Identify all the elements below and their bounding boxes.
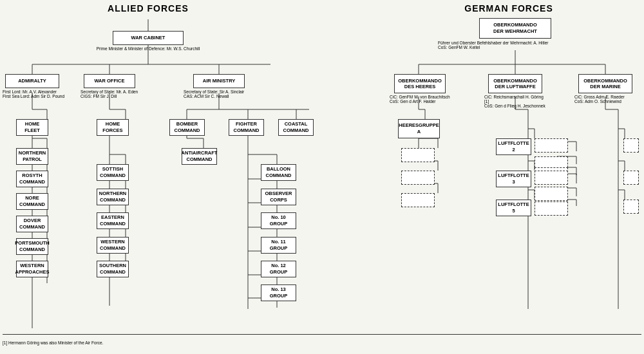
obk-heeres-sub: CiC: GenFM W. von BrauchitschCoS: Gen d … — [390, 95, 454, 104]
coastal-command-box: COASTALCOMMAND — [278, 119, 314, 136]
no10-group-box: No. 10GROUP — [261, 212, 296, 229]
admiralty-box: ADMIRALTY — [5, 74, 59, 88]
marine-dashed-2 — [623, 171, 639, 185]
western-command-box: WESTERNCOMMAND — [97, 237, 129, 254]
home-fleet-box: HOMEFLEET — [16, 119, 48, 136]
southern-command-box: SOUTHERNCOMMAND — [97, 261, 129, 277]
luftflotte2-dashed-1 — [535, 138, 568, 153]
bomber-command-box: BOMBERCOMMAND — [169, 119, 205, 136]
northern-command-box: NORTHERNCOMMAND — [97, 189, 129, 205]
chart-container: ALLIED FORCES GERMAN FORCES WAR CABINET … — [0, 0, 644, 348]
luftflotte3-dashed-3 — [535, 201, 568, 216]
air-ministry-sub: Secretary of State: Sir A. SinclairCAS: … — [184, 89, 258, 98]
footnote: [1] Hermann Göring was also Minister of … — [3, 340, 103, 345]
obk-luftwaffe-box: OBERKOMMANDODER LUFTWAFFE — [488, 74, 542, 93]
heeresgruppe-a-box: HEERESGRUPPEA — [398, 119, 440, 138]
obk-heeres-box: OBERKOMMANDODES HEERES — [394, 74, 446, 93]
no12-group-box: No. 12GROUP — [261, 261, 296, 277]
obk-wehr-sub: Führer und Oberster Befehlshaber der Weh… — [406, 41, 586, 50]
no11-group-box: No. 11GROUP — [261, 237, 296, 254]
luftflotte-3-box: LUFTFLOTTE3 — [496, 171, 531, 187]
nore-command-box: NORECOMMAND — [16, 193, 48, 210]
heeres-dashed-2 — [401, 171, 435, 185]
obk-marine-sub: CiC: Gross Adm E. RaederCoS: Adm O. Schn… — [574, 95, 639, 104]
eastern-command-box: EASTERNCOMMAND — [97, 212, 129, 229]
rosyth-command-box: ROSYTHCOMMAND — [16, 171, 48, 187]
war-cabinet-sub: Prime Minister & Minister of Defence: Mr… — [64, 46, 232, 51]
observer-corps-box: OBSERVERCORPS — [261, 189, 296, 205]
no13-group-box: No. 13GROUP — [261, 284, 296, 301]
scottish-command-box: SOTTISHCOMMAND — [97, 164, 129, 181]
obk-luftwaffe-sub: CiC: Reichsmarschall H. Göring [1]CoS: G… — [484, 95, 549, 108]
luftflotte3-dashed-2 — [535, 187, 568, 201]
western-approaches-box: WESTERNAPPROACHES — [16, 261, 48, 277]
luftflotte-5-box: LUFTFLOTTE5 — [496, 200, 531, 216]
luftflotte-2-box: LUFTFLOTTE2 — [496, 138, 531, 155]
marine-dashed-3 — [623, 200, 639, 214]
antiaircraft-command-box: ANTIAIRCRAFTCOMMAND — [182, 148, 217, 165]
northern-patrol-box: NORTHERNPATROL — [16, 148, 48, 165]
dover-command-box: DOVERCOMMAND — [16, 216, 48, 232]
obk-marine-box: OBERKOMMANDODER MARINE — [578, 74, 632, 93]
heeres-dashed-3 — [401, 193, 435, 207]
air-ministry-box: AIR MINISTRY — [193, 74, 245, 88]
admiralty-sub: First Lord: Mr. A.V. AlexanderFirst Sea … — [3, 89, 67, 98]
divider — [3, 334, 641, 335]
war-office-sub: Secretary of State: Mr. A. EdenCIGS: FM … — [80, 89, 145, 98]
heeres-dashed-1 — [401, 148, 435, 162]
balloon-command-box: BALLOONCOMMAND — [261, 164, 296, 181]
portsmouth-command-box: PORTSMOUTHCOMMAND — [16, 238, 48, 255]
luftflotte3-dashed-1 — [535, 171, 568, 185]
war-cabinet-box: WAR CABINET — [113, 31, 184, 45]
german-forces-title: GERMAN FORCES — [438, 3, 580, 14]
allied-forces-title: ALLIED FORCES — [77, 3, 219, 14]
war-office-box: WAR OFFICE — [84, 74, 135, 88]
fighter-command-box: FIGHTERCOMMAND — [229, 119, 264, 136]
home-forces-box: HOMEFORCES — [97, 119, 129, 136]
obk-wehr-box: OBERKOMMANDODER WEHR­MACHT — [479, 18, 551, 39]
marine-dashed-1 — [623, 138, 639, 153]
